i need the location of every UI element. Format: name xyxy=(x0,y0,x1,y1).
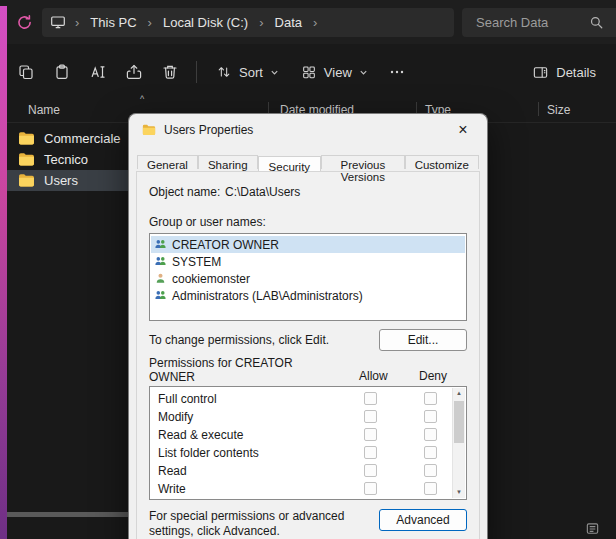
view-label: View xyxy=(324,65,352,80)
chevron-right-icon[interactable]: › xyxy=(66,15,88,30)
this-pc-icon xyxy=(50,14,66,30)
deny-checkbox[interactable] xyxy=(424,482,437,495)
rename-button[interactable] xyxy=(80,55,116,89)
advanced-hint-text: For special permissions or advanced sett… xyxy=(149,509,371,539)
user-name: CREATOR OWNER xyxy=(172,238,279,252)
permission-row-full-control[interactable]: Full control xyxy=(150,390,452,408)
edit-row: To change permissions, click Edit. Edit.… xyxy=(149,329,467,351)
details-button[interactable]: Details xyxy=(520,55,608,89)
permission-row-list-folder-contents[interactable]: List folder contents xyxy=(150,444,452,462)
permission-name: Modify xyxy=(158,410,193,424)
allow-checkbox[interactable] xyxy=(364,482,377,495)
sort-ascending-icon: ^ xyxy=(140,94,144,104)
deny-checkbox[interactable] xyxy=(424,392,437,405)
permission-name: Write xyxy=(158,482,186,496)
user-row-system[interactable]: SYSTEM xyxy=(151,253,465,270)
advanced-row: For special permissions or advanced sett… xyxy=(149,509,467,539)
more-button[interactable] xyxy=(379,55,415,89)
sort-button[interactable]: Sort xyxy=(205,55,290,89)
dialog-titlebar: Users Properties × xyxy=(129,114,487,146)
copy-icon xyxy=(17,63,35,81)
details-panel-icon xyxy=(532,64,549,81)
permission-name: List folder contents xyxy=(158,446,259,460)
dialog-close-button[interactable]: × xyxy=(452,119,474,141)
permission-row-read-execute[interactable]: Read & execute xyxy=(150,426,452,444)
refresh-button[interactable] xyxy=(10,8,38,36)
permissions-scrollbar[interactable]: ▲ ▼ xyxy=(452,388,465,498)
user-name: cookiemonster xyxy=(172,272,250,286)
folder-icon xyxy=(18,172,35,189)
object-name-row: Object name: C:\Data\Users xyxy=(149,185,467,199)
user-row-administrators[interactable]: Administrators (LAB\Administrators) xyxy=(151,287,465,304)
details-label: Details xyxy=(556,65,596,80)
advanced-button[interactable]: Advanced xyxy=(379,509,467,531)
user-row-cookiemonster[interactable]: cookiemonster xyxy=(151,270,465,287)
chevron-right-icon[interactable]: › xyxy=(250,15,272,30)
allow-checkbox[interactable] xyxy=(364,446,377,459)
user-name: SYSTEM xyxy=(172,255,221,269)
toolbar-separator xyxy=(196,61,197,83)
permissions-for-label: Permissions for CREATOR OWNER xyxy=(149,357,324,385)
view-button[interactable]: View xyxy=(290,55,379,89)
allow-checkbox[interactable] xyxy=(364,428,377,441)
address-bar: › This PC › Local Disk (C:) › Data › Sea… xyxy=(0,0,616,44)
group-user-names-label: Group or user names: xyxy=(149,215,467,229)
deny-checkbox[interactable] xyxy=(424,446,437,459)
screen: › This PC › Local Disk (C:) › Data › Sea… xyxy=(0,0,616,539)
tab-customize[interactable]: Customize xyxy=(405,155,479,169)
scroll-down-icon[interactable]: ▼ xyxy=(453,487,465,498)
edit-hint-text: To change permissions, click Edit. xyxy=(149,333,379,347)
group-users-icon xyxy=(154,238,167,251)
allow-checkbox[interactable] xyxy=(364,392,377,405)
share-button[interactable] xyxy=(116,55,152,89)
breadcrumb: › This PC › Local Disk (C:) › Data › xyxy=(42,8,454,37)
deny-column-label: Deny xyxy=(419,369,447,383)
search-box[interactable]: Search Data xyxy=(462,8,616,37)
paste-button[interactable] xyxy=(44,55,80,89)
tab-security[interactable]: Security xyxy=(258,156,322,171)
allow-column-label: Allow xyxy=(359,369,388,383)
permission-row-read[interactable]: Read xyxy=(150,462,452,480)
edit-button[interactable]: Edit... xyxy=(379,329,467,351)
breadcrumb-local-disk[interactable]: Local Disk (C:) xyxy=(161,13,250,32)
breadcrumb-data[interactable]: Data xyxy=(273,13,304,32)
dialog-folder-icon xyxy=(142,123,156,137)
user-row-creator-owner[interactable]: CREATOR OWNER xyxy=(151,236,465,253)
permission-row-write[interactable]: Write xyxy=(150,480,452,498)
view-toggle-icon[interactable] xyxy=(585,521,600,536)
delete-button[interactable] xyxy=(152,55,188,89)
deny-checkbox[interactable] xyxy=(424,464,437,477)
chevron-down-icon xyxy=(359,68,368,77)
chevron-right-icon[interactable]: › xyxy=(139,15,161,30)
object-name-value: C:\Data\Users xyxy=(225,185,300,199)
column-header-size[interactable]: Size xyxy=(547,103,570,117)
tab-general[interactable]: General xyxy=(137,155,198,169)
chevron-down-icon xyxy=(270,68,279,77)
folder-icon xyxy=(18,130,35,147)
refresh-icon xyxy=(16,14,33,31)
group-users-icon xyxy=(154,255,167,268)
permission-row-modify[interactable]: Modify xyxy=(150,408,452,426)
copy-button[interactable] xyxy=(8,55,44,89)
search-placeholder: Search Data xyxy=(476,15,548,30)
tab-sharing[interactable]: Sharing xyxy=(198,155,258,169)
permission-name: Full control xyxy=(158,392,217,406)
column-separator[interactable] xyxy=(538,102,539,116)
deny-checkbox[interactable] xyxy=(424,410,437,423)
group-users-icon xyxy=(154,289,167,302)
allow-checkbox[interactable] xyxy=(364,410,377,423)
allow-checkbox[interactable] xyxy=(364,464,377,477)
scrollbar-thumb[interactable] xyxy=(454,401,464,443)
file-name: Commerciale xyxy=(44,131,121,146)
deny-checkbox[interactable] xyxy=(424,428,437,441)
breadcrumb-this-pc[interactable]: This PC xyxy=(88,13,138,32)
users-properties-dialog: Users Properties × General Sharing Secur… xyxy=(128,113,488,539)
column-header-name[interactable]: Name xyxy=(28,103,60,117)
trash-icon xyxy=(161,63,179,81)
chevron-right-icon[interactable]: › xyxy=(304,15,326,30)
tab-previous-versions[interactable]: Previous Versions xyxy=(321,155,405,169)
scroll-up-icon[interactable]: ▲ xyxy=(453,388,465,399)
toolbar: Sort View xyxy=(0,50,616,94)
file-name: Users xyxy=(44,173,78,188)
left-accent-strip xyxy=(0,6,7,539)
